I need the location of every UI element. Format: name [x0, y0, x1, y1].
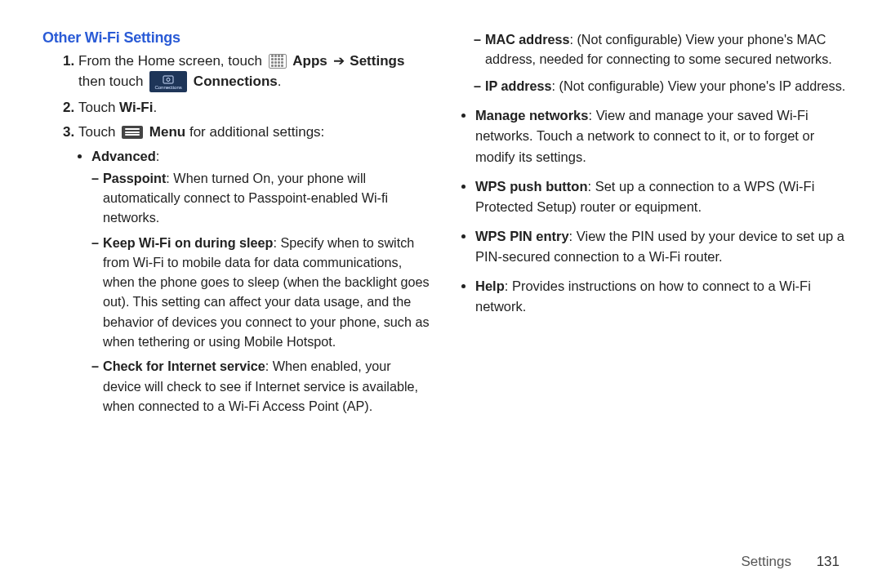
- sleep-b: Keep Wi-Fi on during sleep: [103, 235, 274, 250]
- help-b: Help: [475, 278, 505, 293]
- connections-icon-caption: Connections: [154, 85, 181, 90]
- arrow-icon: ➔: [332, 53, 346, 69]
- settings-label: Settings: [350, 53, 404, 69]
- advanced-item: Advanced: Passpoint: When turned On, you…: [91, 146, 430, 416]
- section-heading: Other Wi-Fi Settings: [42, 29, 430, 47]
- svg-point-1: [167, 78, 170, 81]
- step2-pre: Touch: [78, 100, 119, 115]
- ip-t: : (Not configurable) View your phone's I…: [552, 78, 846, 93]
- manage-networks-item: Manage networks: View and manage your sa…: [475, 105, 846, 168]
- wps-pin-item: WPS PIN entry: View the PIN used by your…: [475, 226, 846, 268]
- menu-icon: [122, 126, 143, 139]
- step3-post: for additional settings:: [185, 124, 324, 140]
- apps-icon: [269, 54, 287, 69]
- connections-label: Connections: [194, 74, 278, 89]
- passpoint-item: Passpoint: When turned On, your phone wi…: [91, 168, 430, 228]
- step1-pre: From the Home screen, touch: [78, 53, 266, 69]
- step-3: Touch Menu for additional settings: Adva…: [78, 122, 430, 416]
- ip-b: IP address: [485, 78, 552, 93]
- connections-icon: Connections: [149, 71, 187, 92]
- help-item: Help: Provides instructions on how to co…: [475, 276, 846, 318]
- check-item: Check for Internet service: When enabled…: [91, 356, 430, 416]
- step-2: Touch Wi-Fi.: [78, 98, 430, 118]
- manual-page: Other Wi-Fi Settings From the Home scree…: [0, 0, 882, 588]
- footer-page-number: 131: [817, 554, 840, 569]
- step2-dot: .: [153, 100, 157, 115]
- page-footer: Settings 131: [741, 554, 840, 570]
- advanced-colon: :: [156, 149, 160, 163]
- svg-rect-0: [163, 76, 173, 83]
- check-b: Check for Internet service: [103, 359, 265, 373]
- step3-pre: Touch: [78, 124, 119, 140]
- step1-dot: .: [278, 74, 282, 89]
- step1-then: then touch: [78, 74, 147, 89]
- passpoint-b: Passpoint: [103, 171, 166, 185]
- pin-b: WPS PIN entry: [475, 229, 569, 243]
- sleep-t: : Specify when to switch from Wi-Fi to m…: [103, 235, 430, 349]
- sleep-item: Keep Wi-Fi on during sleep: Specify when…: [91, 233, 430, 352]
- apps-label: Apps: [292, 53, 327, 69]
- wps-push-item: WPS push button: Set up a connection to …: [475, 176, 846, 218]
- mac-item: MAC address: (Not configurable) View you…: [474, 29, 846, 69]
- wifi-label: Wi-Fi: [119, 100, 153, 115]
- right-bullet-list: Manage networks: View and manage your sa…: [459, 105, 846, 318]
- right-column: MAC address: (Not configurable) View you…: [459, 29, 846, 421]
- ip-item: IP address: (Not configurable) View your…: [474, 76, 846, 96]
- right-dash-list: MAC address: (Not configurable) View you…: [459, 29, 846, 96]
- advanced-label: Advanced: [91, 149, 156, 163]
- left-column: Other Wi-Fi Settings From the Home scree…: [42, 29, 430, 421]
- footer-section: Settings: [741, 554, 791, 569]
- mac-b: MAC address: [485, 32, 569, 47]
- mn-b: Manage networks: [475, 108, 588, 122]
- menu-label: Menu: [149, 124, 185, 140]
- wps-b: WPS push button: [475, 179, 587, 194]
- steps-list: From the Home screen, touch Apps ➔ Setti…: [42, 51, 430, 416]
- help-t: : Provides instructions on how to connec…: [475, 278, 811, 314]
- step-1: From the Home screen, touch Apps ➔ Setti…: [78, 51, 430, 93]
